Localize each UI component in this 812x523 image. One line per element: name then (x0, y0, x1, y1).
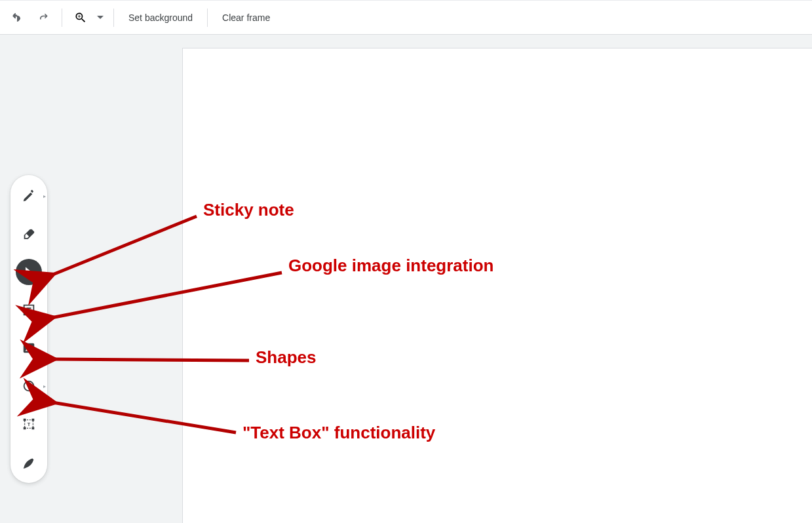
toolbar-separator (62, 9, 62, 27)
svg-point-3 (26, 345, 28, 347)
sticky-note-tool[interactable] (16, 297, 42, 323)
svg-rect-2 (24, 343, 35, 353)
expand-caret-icon: ▸ (43, 193, 46, 199)
zoom-dropdown[interactable] (94, 14, 107, 21)
image-tool[interactable] (16, 335, 42, 361)
circle-icon (22, 379, 36, 393)
toolbar-separator (207, 9, 208, 27)
undo-icon (10, 11, 24, 24)
svg-text:T: T (28, 421, 31, 427)
undo-button[interactable] (5, 6, 29, 29)
expand-caret-icon: ▸ (43, 383, 46, 389)
text-box-icon: T (22, 417, 36, 431)
zoom-control[interactable] (69, 6, 107, 29)
svg-rect-6 (24, 419, 26, 421)
select-tool[interactable] (16, 259, 42, 285)
pen-icon (22, 189, 36, 203)
canvas[interactable] (182, 48, 812, 523)
svg-rect-9 (32, 427, 35, 430)
pen-tool[interactable]: ▸ (16, 183, 42, 209)
shape-tool[interactable]: ▸ (16, 373, 42, 399)
sticky-note-icon (22, 303, 36, 317)
caret-down-icon (97, 14, 104, 21)
laser-tool[interactable] (16, 449, 42, 475)
cursor-icon (22, 265, 35, 279)
clear-frame-button[interactable]: Clear frame (214, 6, 278, 29)
zoom-button[interactable] (69, 6, 92, 29)
eraser-tool[interactable] (16, 221, 42, 247)
tool-palette: ▸ ▸ (10, 175, 47, 483)
eraser-icon (22, 227, 36, 241)
set-background-button[interactable]: Set background (121, 6, 201, 29)
toolbar-separator (113, 9, 114, 27)
text-box-tool[interactable]: T (16, 411, 42, 437)
workspace: ▸ ▸ (0, 35, 812, 523)
svg-rect-8 (24, 427, 26, 430)
laser-icon (22, 455, 36, 469)
redo-icon (37, 11, 50, 24)
top-toolbar: Set background Clear frame (0, 0, 812, 35)
redo-button[interactable] (31, 6, 55, 29)
svg-point-4 (24, 381, 34, 391)
zoom-in-icon (74, 11, 87, 24)
image-icon (22, 341, 36, 355)
svg-rect-7 (32, 419, 35, 421)
